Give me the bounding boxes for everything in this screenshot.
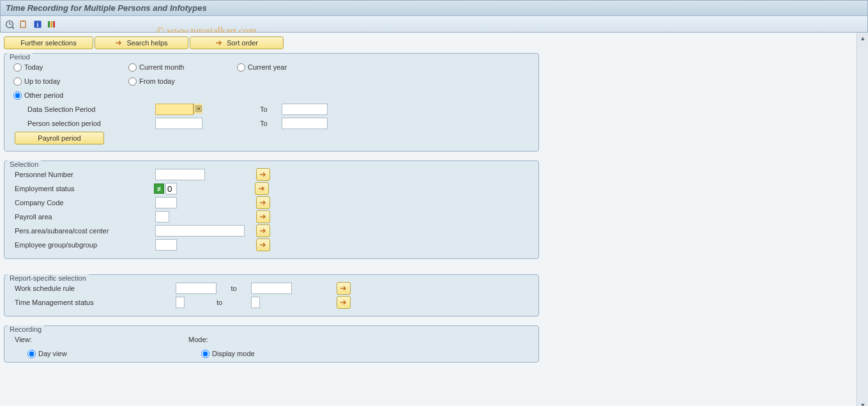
scroll-down-icon[interactable]: ▾ [858, 400, 868, 406]
radio-current-month[interactable] [128, 63, 137, 72]
further-selections-button[interactable]: Further selections [4, 36, 93, 49]
radio-today[interactable] [13, 63, 22, 72]
payroll-area-input[interactable] [155, 211, 169, 223]
employment-status-input[interactable] [165, 183, 177, 194]
multiple-selection-button[interactable] [337, 296, 351, 309]
label-pers-area: Pers.area/subarea/cost center [10, 227, 155, 235]
vertical-scrollbar[interactable]: ▴ ▾ [857, 33, 868, 406]
time-mgmt-from-input[interactable] [176, 297, 185, 308]
recording-group: Recording View: Mode: Day view Display m… [4, 325, 539, 363]
data-selection-from-input[interactable] [155, 104, 194, 115]
label-data-selection-period: Data Selection Period [10, 105, 155, 113]
label-work-schedule-rule: Work schedule rule [10, 285, 176, 292]
selection-group: Selection Personnel Number Employment st… [4, 160, 539, 259]
sort-order-label: Sort order [227, 39, 258, 47]
person-selection-to-input[interactable] [282, 118, 328, 129]
personnel-number-input[interactable] [155, 169, 205, 180]
label-to: To [260, 120, 282, 127]
window-title: Time Recording for Multiple Persons and … [0, 0, 868, 16]
label-time-mgmt-status: Time Management status [10, 299, 176, 306]
label-day-view: Day view [38, 350, 67, 357]
svg-rect-6 [48, 21, 50, 27]
company-code-input[interactable] [155, 197, 177, 208]
multiple-selection-button[interactable] [256, 238, 270, 251]
label-display-mode: Display mode [212, 350, 255, 357]
label-current-month: Current month [139, 63, 184, 71]
search-helps-label: Search helps [126, 39, 167, 47]
data-selection-to-input[interactable] [282, 104, 328, 115]
pers-area-input[interactable] [155, 225, 245, 237]
multiple-selection-button[interactable] [256, 210, 270, 223]
label-from-today: From today [139, 77, 175, 85]
label-person-selection-period: Person selection period [10, 120, 155, 127]
label-to: to [217, 285, 251, 292]
label-payroll-area: Payroll area [10, 213, 155, 221]
report-legend: Report-specific selection [7, 274, 89, 282]
radio-display-mode[interactable] [201, 350, 209, 358]
get-variant-icon[interactable] [19, 19, 29, 29]
radio-other-period[interactable] [13, 91, 22, 100]
period-group: Period Today Current month Current year … [4, 53, 539, 152]
label-company-code: Company Code [10, 199, 155, 207]
not-equal-icon[interactable]: ≠ [154, 183, 164, 194]
app-toolbar: i [0, 16, 868, 33]
person-selection-from-input[interactable] [155, 118, 202, 129]
time-mgmt-to-input[interactable] [251, 297, 260, 308]
radio-day-view[interactable] [27, 350, 36, 358]
svg-rect-10 [197, 107, 200, 110]
label-to: To [260, 105, 282, 113]
svg-rect-3 [20, 21, 26, 27]
label-up-to-today: Up to today [24, 77, 60, 85]
svg-rect-8 [53, 21, 55, 27]
radio-from-today[interactable] [128, 77, 137, 86]
label-to: to [185, 299, 251, 306]
further-selections-label: Further selections [20, 39, 76, 47]
label-current-year: Current year [248, 63, 287, 71]
label-view: View: [10, 336, 188, 343]
arrow-right-icon [115, 40, 123, 46]
multiple-selection-button[interactable] [337, 282, 351, 295]
selection-button-bar: Further selections Search helps Sort ord… [4, 36, 853, 49]
title-text: Time Recording for Multiple Persons and … [6, 3, 207, 13]
label-personnel-number: Personnel Number [10, 171, 155, 178]
payroll-period-label: Payroll period [38, 134, 80, 142]
label-employee-group: Employee group/subgroup [10, 241, 155, 249]
label-today: Today [24, 63, 43, 71]
label-other-period: Other period [24, 91, 63, 99]
selection-legend: Selection [7, 160, 41, 168]
execute-icon[interactable] [4, 19, 15, 29]
info-icon[interactable]: i [33, 19, 43, 29]
employee-group-input[interactable] [155, 239, 177, 251]
scroll-up-icon[interactable]: ▴ [858, 33, 868, 43]
radio-up-to-today[interactable] [13, 77, 22, 86]
payroll-period-button[interactable]: Payroll period [15, 132, 104, 144]
multiple-selection-button[interactable] [255, 182, 269, 195]
arrow-right-icon [215, 40, 223, 46]
f4-help-icon[interactable] [194, 104, 202, 114]
svg-rect-7 [50, 21, 52, 27]
radio-current-year[interactable] [237, 63, 245, 72]
period-legend: Period [7, 53, 33, 61]
report-specific-group: Report-specific selection Work schedule … [4, 274, 539, 316]
main-content: Further selections Search helps Sort ord… [0, 33, 857, 406]
layout-icon[interactable] [47, 19, 57, 29]
label-mode: Mode: [188, 336, 208, 343]
multiple-selection-button[interactable] [256, 196, 270, 209]
work-rule-from-input[interactable] [176, 283, 217, 294]
multiple-selection-button[interactable] [256, 168, 270, 181]
label-employment-status: Employment status [10, 185, 155, 192]
work-rule-to-input[interactable] [251, 283, 292, 294]
sort-order-button[interactable]: Sort order [190, 36, 284, 49]
multiple-selection-button[interactable] [256, 224, 270, 237]
search-helps-button[interactable]: Search helps [95, 36, 188, 49]
svg-text:i: i [37, 21, 39, 28]
recording-legend: Recording [7, 325, 44, 333]
